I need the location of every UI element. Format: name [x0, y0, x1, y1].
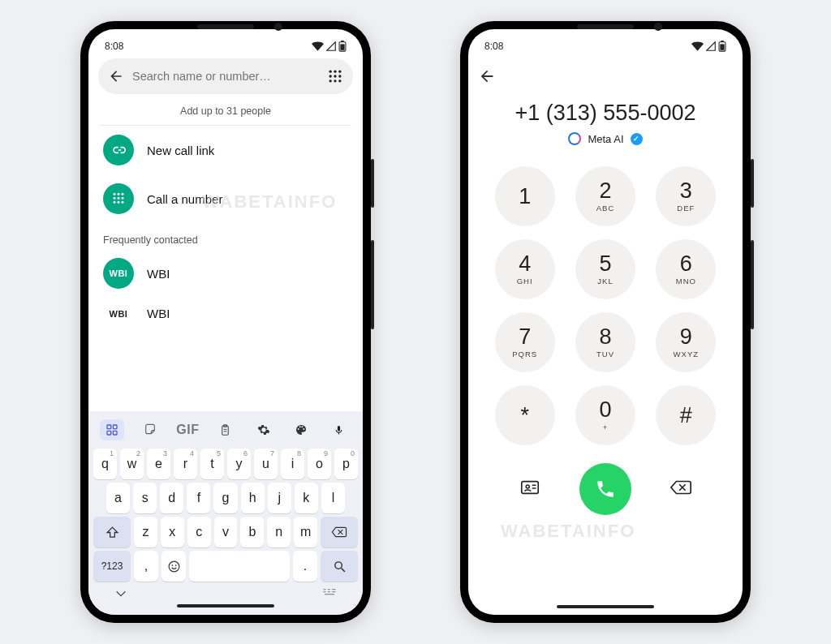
search-key[interactable] [321, 551, 358, 582]
call-button[interactable] [579, 463, 631, 515]
contact-avatar: WBI [103, 258, 134, 289]
watermark: WABETAINFO [501, 521, 635, 542]
contact-name: WBI [147, 307, 170, 320]
key-x[interactable]: x [161, 517, 184, 547]
dialkey-8[interactable]: 8TUV [575, 312, 635, 372]
status-time: 8:08 [105, 41, 123, 52]
comma-key[interactable]: , [134, 551, 158, 582]
svg-point-8 [338, 75, 341, 77]
key-i[interactable]: i8 [281, 449, 304, 479]
svg-point-5 [338, 71, 341, 73]
gear-icon[interactable] [252, 419, 276, 440]
svg-point-30 [174, 565, 176, 566]
key-t[interactable]: t5 [200, 449, 224, 479]
key-g[interactable]: g [213, 483, 237, 513]
home-indicator[interactable] [177, 604, 274, 608]
contact-avatar: WBI [103, 309, 134, 319]
phone-left: 8:08 Add up to 31 people WABETAINFO New … [80, 21, 371, 623]
dialpad-icon[interactable] [327, 68, 343, 84]
clipboard-icon[interactable] [213, 419, 238, 440]
status-bar: 8:08 [468, 29, 743, 54]
svg-point-44 [526, 485, 529, 488]
phone-speaker [197, 24, 254, 29]
key-l[interactable]: l [321, 483, 345, 513]
svg-point-29 [171, 565, 173, 566]
back-icon[interactable] [478, 67, 496, 85]
key-h[interactable]: h [241, 483, 265, 513]
key-r[interactable]: r4 [174, 449, 197, 479]
symbols-key[interactable]: ?123 [93, 551, 131, 582]
dialkey-*[interactable]: * [495, 385, 555, 445]
signal-icon [706, 41, 716, 51]
shift-key[interactable] [93, 517, 131, 547]
key-z[interactable]: z [134, 517, 157, 547]
key-c[interactable]: c [187, 517, 211, 547]
palette-icon[interactable] [289, 419, 313, 440]
contact-row[interactable]: WBI WBI [88, 298, 363, 329]
key-y[interactable]: y6 [227, 449, 251, 479]
dialkey-7[interactable]: 7PQRS [495, 312, 555, 372]
key-v[interactable]: v [214, 517, 238, 547]
key-s[interactable]: s [133, 483, 157, 513]
key-k[interactable]: k [295, 483, 318, 513]
svg-point-20 [122, 201, 124, 204]
gif-icon[interactable]: GIF [175, 419, 200, 440]
sticker-icon[interactable] [138, 419, 162, 440]
grid-icon[interactable] [100, 419, 124, 440]
phone-side-button [371, 159, 374, 208]
key-u[interactable]: u7 [254, 449, 278, 479]
key-b[interactable]: b [240, 517, 264, 547]
verified-badge-icon: ✓ [631, 133, 643, 145]
svg-point-9 [329, 79, 332, 82]
emoji-key[interactable] [161, 551, 186, 582]
dialkey-4[interactable]: 4GHI [495, 239, 555, 299]
dialkey-5[interactable]: 5JKL [575, 239, 635, 299]
key-j[interactable]: j [268, 483, 291, 513]
key-n[interactable]: n [267, 517, 291, 547]
dialkey-9[interactable]: 9WXYZ [656, 312, 716, 372]
back-icon[interactable] [108, 68, 124, 84]
mic-icon[interactable] [327, 419, 351, 440]
dialpad: 12ABC3DEF4GHI5JKL6MNO7PQRS8TUV9WXYZ*0+# [468, 166, 743, 445]
key-d[interactable]: d [160, 483, 183, 513]
dialkey-3[interactable]: 3DEF [656, 166, 716, 226]
key-q[interactable]: q1 [93, 449, 117, 479]
backspace-key[interactable] [321, 517, 358, 547]
key-m[interactable]: m [294, 517, 317, 547]
dialkey-2[interactable]: 2ABC [575, 166, 635, 226]
dialkey-1[interactable]: 1 [495, 166, 555, 226]
key-w[interactable]: w2 [120, 449, 144, 479]
svg-rect-43 [522, 482, 538, 494]
space-key[interactable] [189, 551, 290, 582]
svg-rect-23 [107, 431, 111, 435]
key-e[interactable]: e3 [147, 449, 170, 479]
svg-point-31 [334, 561, 342, 569]
period-key[interactable]: . [293, 551, 317, 582]
new-call-link-row[interactable]: New call link [88, 126, 363, 174]
add-contact-button[interactable] [519, 479, 540, 500]
key-o[interactable]: o9 [308, 449, 331, 479]
dialkey-0[interactable]: 0+ [575, 385, 635, 445]
phone-side-button [751, 240, 754, 329]
backspace-button[interactable] [670, 479, 692, 500]
dialkey-6[interactable]: 6MNO [656, 239, 716, 299]
key-a[interactable]: a [106, 483, 130, 513]
keyboard-hide-icon[interactable] [322, 588, 337, 599]
svg-point-10 [334, 79, 336, 82]
svg-point-17 [122, 197, 124, 200]
collapse-keyboard-icon[interactable] [114, 589, 127, 599]
search-bar[interactable] [98, 58, 353, 94]
home-indicator[interactable] [557, 605, 654, 608]
contact-row[interactable]: WBI WBI [88, 249, 363, 298]
dialkey-#[interactable]: # [656, 385, 716, 445]
svg-point-11 [338, 79, 341, 82]
key-p[interactable]: p0 [334, 449, 358, 479]
status-time: 8:08 [484, 41, 503, 52]
call-a-number-row[interactable]: Call a number [88, 174, 363, 223]
svg-rect-42 [720, 44, 724, 49]
svg-line-32 [341, 568, 344, 571]
svg-point-15 [114, 197, 116, 200]
key-f[interactable]: f [187, 483, 210, 513]
search-input[interactable] [132, 70, 319, 83]
svg-rect-22 [114, 425, 118, 429]
